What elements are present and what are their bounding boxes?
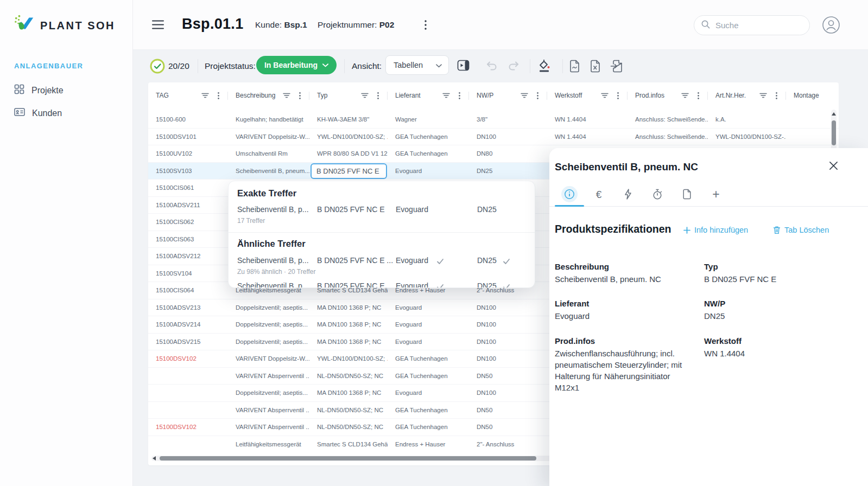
similar-match-count: Zu 98% ähnlich · 20 Treffer xyxy=(237,268,316,276)
table-row[interactable]: 15100DSV101VARIVENT Doppelsitz-W...YWL-D… xyxy=(148,129,839,146)
typ-suggestions-dropdown: Exakte Treffer Scheibenventil B, p... B … xyxy=(228,181,535,288)
undo-icon[interactable] xyxy=(486,61,498,74)
brand: PLANT SOH xyxy=(13,13,115,38)
kebab-menu-icon[interactable] xyxy=(425,20,427,32)
kebab-icon xyxy=(459,92,460,99)
pdf-file-icon[interactable] xyxy=(569,60,580,75)
active-tab-indicator xyxy=(555,205,584,207)
kebab-icon xyxy=(698,92,699,99)
import-file-icon[interactable] xyxy=(610,60,623,75)
fill-color-icon[interactable] xyxy=(537,58,552,75)
field-value: Scheibenventil B, pneum. NC xyxy=(555,273,694,285)
column-header-prodinfos[interactable]: Prod.infos xyxy=(628,82,708,108)
column-header-nwp[interactable]: NW/P xyxy=(469,82,547,108)
project-number-label: Projektnummer: xyxy=(318,20,377,29)
grid-icon xyxy=(14,84,24,97)
kebab-icon xyxy=(377,92,379,99)
scroll-left-arrow[interactable] xyxy=(153,456,156,461)
column-header-montage[interactable]: Montage xyxy=(786,82,839,108)
tab-info[interactable] xyxy=(555,183,584,206)
divider xyxy=(229,232,535,233)
horizontal-scrollbar-thumb[interactable] xyxy=(160,456,536,461)
add-info-button[interactable]: Info hinzufügen xyxy=(683,226,748,234)
progress-count: 20/20 xyxy=(168,61,189,71)
close-icon[interactable] xyxy=(829,161,838,172)
column-header-typ[interactable]: Typ xyxy=(309,82,388,108)
sidebar-section-label: ANLAGENBAUER xyxy=(14,62,83,70)
vertical-scrollbar-thumb[interactable] xyxy=(832,120,836,145)
field-label: Typ xyxy=(704,262,718,271)
check-icon xyxy=(503,283,510,288)
filter-icon xyxy=(521,93,528,98)
trash-icon xyxy=(773,226,781,234)
hamburger-menu-icon[interactable] xyxy=(152,20,164,31)
field-value: B DN025 FVF NC E xyxy=(704,273,843,285)
exact-match-count: 17 Treffer xyxy=(237,217,265,225)
search-box[interactable] xyxy=(694,15,810,35)
info-icon xyxy=(564,189,575,200)
section-title: Produktspezifikationen xyxy=(555,223,671,235)
sidebar-item-label: Kunden xyxy=(32,108,62,118)
customer-label: Kunde: xyxy=(255,20,282,29)
table-row[interactable]: 15100-600Kugelhahn; handbetätigtKH-WA-3A… xyxy=(148,111,839,129)
stopwatch-icon xyxy=(652,189,663,200)
tab-timer[interactable] xyxy=(643,183,672,206)
field-label: NW/P xyxy=(704,299,725,308)
sidebar-item-kunden[interactable]: Kunden xyxy=(14,107,62,119)
suggestion-similar-row[interactable]: Scheibenventil B, p... B DN025 FVF NC E … xyxy=(229,256,535,268)
kebab-icon xyxy=(299,92,301,99)
check-icon xyxy=(436,283,444,288)
project-number-meta: Projektnummer: P02 xyxy=(318,20,394,30)
field-label: Prod.infos xyxy=(555,336,595,346)
bolt-icon xyxy=(624,189,632,200)
file-icon xyxy=(682,189,692,200)
suggestion-exact-row[interactable]: Scheibenventil B, p... B DN025 FVF NC E … xyxy=(229,205,535,217)
status-badge[interactable]: In Bearbeitung xyxy=(256,56,337,74)
divider xyxy=(344,59,345,73)
tab-costs[interactable]: € xyxy=(584,183,613,206)
check-icon xyxy=(503,258,510,266)
sidebar-item-label: Projekte xyxy=(31,86,64,95)
field-value: Evoguard xyxy=(555,310,694,322)
user-avatar-icon[interactable] xyxy=(822,16,840,34)
filter-icon xyxy=(601,93,609,98)
tab-energy[interactable] xyxy=(613,183,643,206)
project-title: Bsp.01.1 xyxy=(182,16,243,33)
tabs-divider xyxy=(549,206,868,207)
filter-icon xyxy=(201,93,209,98)
field-label: Lieferant xyxy=(555,299,589,308)
customer-meta: Kunde: Bsp.1 xyxy=(255,20,307,30)
column-header-tag[interactable]: TAG xyxy=(148,82,228,108)
redo-icon[interactable] xyxy=(508,61,519,74)
field-value: DN25 xyxy=(704,310,843,322)
brand-logo-icon xyxy=(13,13,36,38)
typ-edit-cell[interactable] xyxy=(311,163,387,179)
column-header-lieferant[interactable]: Lieferant xyxy=(388,82,469,108)
kebab-icon xyxy=(218,92,219,99)
divider xyxy=(530,59,530,73)
view-select[interactable]: Tabellen xyxy=(385,55,449,75)
kebab-icon xyxy=(537,92,538,99)
column-header-werkstoff[interactable]: Werkstoff xyxy=(547,82,628,108)
column-header-artnrher[interactable]: Art.Nr.Her. xyxy=(708,82,786,108)
tab-add[interactable]: + xyxy=(701,183,731,206)
scroll-up-arrow[interactable] xyxy=(832,112,836,116)
column-header-beschreibung[interactable]: Beschreibung xyxy=(228,82,309,108)
plus-icon: + xyxy=(712,188,719,201)
top-bar: Bsp.01.1 Kunde: Bsp.1 Projektnummer: P02 xyxy=(133,0,868,50)
tab-documents[interactable] xyxy=(672,183,701,206)
delete-tab-button[interactable]: Tab Löschen xyxy=(773,226,829,234)
chevron-down-icon xyxy=(436,61,442,69)
sidebar-item-projekte[interactable]: Projekte xyxy=(14,84,64,97)
app-window: PLANT SOH ANLAGENBAUER Projekte Kunden xyxy=(0,0,868,486)
filter-icon xyxy=(681,93,689,98)
search-icon xyxy=(701,20,710,31)
suggestion-similar-row-2[interactable]: Scheibenventil B, p... B DN025 FVF NC E … xyxy=(229,282,535,288)
panel-toggle-icon[interactable] xyxy=(457,59,470,74)
similar-matches-heading: Ähnliche Treffer xyxy=(237,239,306,249)
search-input[interactable] xyxy=(714,20,796,30)
plus-icon xyxy=(683,227,690,234)
toolbar: 20/20 Projektstatus: In Bearbeitung Ansi… xyxy=(133,50,868,82)
field-label: Beschreibung xyxy=(555,262,609,271)
excel-file-icon[interactable] xyxy=(590,60,601,75)
